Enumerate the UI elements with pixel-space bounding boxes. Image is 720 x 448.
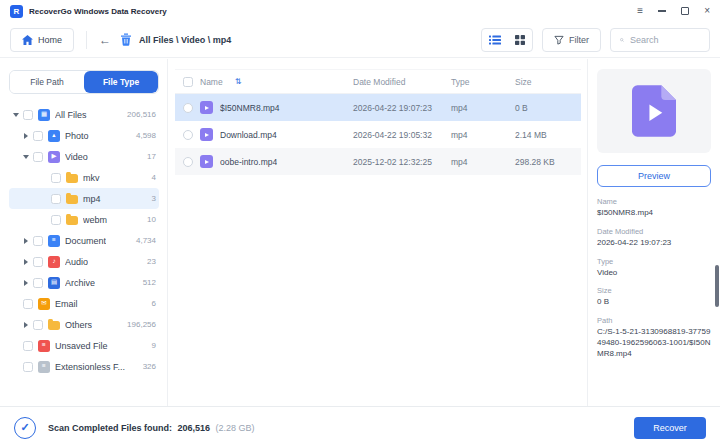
maximize-icon[interactable]	[681, 7, 689, 15]
table-row[interactable]: oobe-intro.mp4 2025-12-02 12:32:25 mp4 2…	[175, 148, 581, 175]
detail-field: Path C:/S-1-5-21-3130968819-3775949480-1…	[597, 316, 711, 359]
row-checkbox[interactable]	[183, 157, 193, 167]
tree-checkbox[interactable]	[23, 362, 33, 372]
detail-field: Size 0 B	[597, 286, 711, 308]
select-all-checkbox[interactable]	[183, 77, 193, 87]
file-name: $I50NMR8.mp4	[220, 103, 280, 113]
file-name-cell: oobe-intro.mp4	[175, 155, 353, 168]
sort-icon[interactable]: ⇅	[235, 77, 242, 86]
tree-checkbox[interactable]	[33, 320, 43, 330]
tree-checkbox[interactable]	[33, 131, 43, 141]
tree-item[interactable]: ≡ Unsaved File 9	[9, 335, 159, 356]
menu-icon[interactable]: ≡	[637, 6, 643, 16]
column-name-label[interactable]: Name	[200, 77, 223, 87]
detail-value: Video	[597, 268, 711, 279]
expand-arrow-icon[interactable]	[21, 155, 31, 159]
tree-item[interactable]: mkv 4	[9, 167, 159, 188]
detail-value: C:/S-1-5-21-3130968819-3775949480-196259…	[597, 327, 711, 359]
tree-item[interactable]: ♪ Audio 23	[9, 251, 159, 272]
row-checkbox[interactable]	[183, 130, 193, 140]
expand-arrow-icon[interactable]	[21, 322, 31, 328]
file-type-icon	[66, 174, 78, 183]
table-row[interactable]: Download.mp4 2026-04-22 19:05:32 mp4 2.1…	[175, 121, 581, 148]
detail-field: Date Modified 2026-04-22 19:07:23	[597, 227, 711, 249]
file-details: Name $I50NMR8.mp4 Date Modified 2026-04-…	[597, 197, 711, 360]
tree-item-count: 4	[148, 173, 156, 182]
row-checkbox[interactable]	[183, 103, 193, 113]
tab-file-path[interactable]: File Path	[10, 71, 84, 93]
search-input[interactable]	[630, 35, 700, 45]
back-arrow-icon[interactable]: ←	[99, 33, 111, 47]
tree-item[interactable]: ✉ Email 6	[9, 293, 159, 314]
file-type: mp4	[451, 157, 515, 167]
expand-arrow-icon[interactable]	[21, 280, 31, 286]
detail-label: Path	[597, 316, 711, 325]
tree-checkbox[interactable]	[33, 257, 43, 267]
tree-item-label: Photo	[65, 131, 89, 141]
tree-checkbox[interactable]	[51, 173, 61, 183]
home-label: Home	[38, 35, 62, 45]
file-type: mp4	[451, 130, 515, 140]
scrollbar-thumb[interactable]	[715, 265, 719, 307]
tree-item-count: 512	[139, 278, 156, 287]
recover-button[interactable]: Recover	[634, 417, 706, 439]
files-found-count: 206,516	[178, 423, 211, 433]
tree-item[interactable]: ≡ Document 4,734	[9, 230, 159, 251]
tree-checkbox[interactable]	[33, 152, 43, 162]
tree-item-count: 10	[143, 215, 156, 224]
file-size: 2.14 MB	[515, 130, 581, 140]
tree-checkbox[interactable]	[23, 299, 33, 309]
filter-funnel-icon	[554, 35, 564, 45]
tree-checkbox[interactable]	[23, 341, 33, 351]
tree-item[interactable]: ≡ Extensionless F... 326	[9, 356, 159, 377]
detail-value: 0 B	[597, 297, 711, 308]
home-button[interactable]: Home	[10, 28, 74, 52]
minimize-icon[interactable]	[658, 10, 666, 11]
tree-item[interactable]: ▤ Archive 512	[9, 272, 159, 293]
tree-checkbox[interactable]	[51, 215, 61, 225]
expand-arrow-icon[interactable]	[21, 259, 31, 265]
tree-item[interactable]: Others 196,256	[9, 314, 159, 335]
video-document-icon	[632, 85, 676, 137]
detail-field: Type Video	[597, 257, 711, 279]
video-file-icon	[200, 101, 213, 114]
file-size: 0 B	[515, 103, 581, 113]
tree-item-label: mp4	[83, 194, 101, 204]
tree-item[interactable]: ▴ Photo 4,598	[9, 125, 159, 146]
expand-arrow-icon[interactable]	[11, 113, 21, 117]
preview-button[interactable]: Preview	[597, 165, 711, 187]
sidebar: File Path File Type ▦ All Files 206,516 …	[0, 59, 168, 406]
table-header: Name ⇅ Date Modified Type Size	[175, 69, 581, 94]
column-date-label[interactable]: Date Modified	[353, 77, 451, 87]
close-icon[interactable]: ×	[704, 6, 710, 16]
tree-item[interactable]: mp4 3	[9, 188, 159, 209]
sidebar-tabs: File Path File Type	[9, 70, 159, 94]
app-logo-icon: R	[10, 5, 23, 18]
filter-button[interactable]: Filter	[542, 28, 601, 52]
recycle-bin-icon	[120, 33, 132, 46]
tree-item-count: 3	[148, 194, 156, 203]
column-size-label[interactable]: Size	[515, 77, 581, 87]
tree-item-label: Video	[65, 152, 88, 162]
tree-checkbox[interactable]	[33, 236, 43, 246]
tree-item-label: Extensionless F...	[55, 362, 125, 372]
grid-view-button[interactable]	[507, 29, 532, 51]
search-icon	[620, 35, 624, 45]
list-view-button[interactable]	[482, 29, 507, 51]
tree-item-count: 17	[143, 152, 156, 161]
tree-item[interactable]: ▶ Video 17	[9, 146, 159, 167]
search-box[interactable]	[610, 28, 710, 52]
expand-arrow-icon[interactable]	[21, 133, 31, 139]
table-row[interactable]: $I50NMR8.mp4 2026-04-22 19:07:23 mp4 0 B	[175, 94, 581, 121]
tree-checkbox[interactable]	[23, 110, 33, 120]
grid-view-icon	[515, 35, 525, 45]
column-type-label[interactable]: Type	[451, 77, 515, 87]
tree-checkbox[interactable]	[33, 278, 43, 288]
tree-item[interactable]: ▦ All Files 206,516	[9, 104, 159, 125]
tree-checkbox[interactable]	[51, 194, 61, 204]
expand-arrow-icon[interactable]	[21, 238, 31, 244]
scan-status-label: Scan Completed Files found:	[48, 423, 172, 433]
tab-file-type[interactable]: File Type	[84, 71, 158, 93]
tree-item[interactable]: webm 10	[9, 209, 159, 230]
scan-status: Scan Completed Files found: 206,516 (2.2…	[48, 423, 255, 433]
